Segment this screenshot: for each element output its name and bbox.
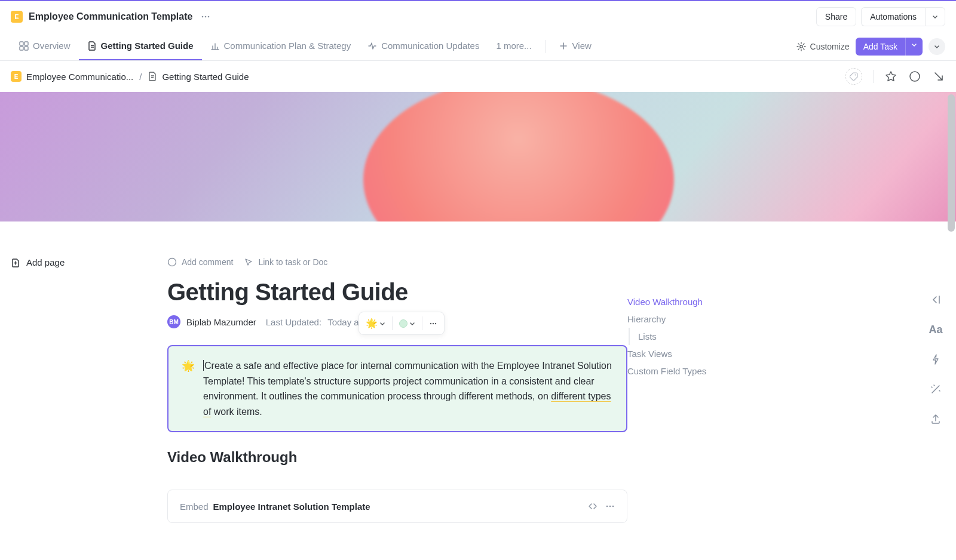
doc-icon: [148, 72, 157, 81]
callout-block[interactable]: 🌟 Create a safe and effective place for …: [167, 345, 627, 432]
automations-button-group: Automations: [861, 7, 945, 26]
svg-rect-4: [24, 42, 28, 45]
tab-label: Communication Updates: [381, 41, 479, 51]
dots-icon[interactable]: [605, 501, 615, 511]
wand-button[interactable]: [929, 382, 943, 396]
export-button[interactable]: [929, 412, 943, 426]
more-actions-icon[interactable]: [198, 10, 213, 24]
svg-point-8: [855, 75, 856, 76]
embed-title: Employee Intranet Solution Template: [213, 501, 370, 512]
chart-icon: [210, 41, 220, 51]
header-bar: E Employee Communication Template Share …: [0, 1, 956, 32]
chevron-down-icon: [932, 13, 939, 20]
svg-point-10: [168, 259, 176, 266]
chevron-down-icon: [379, 321, 385, 327]
add-view-button[interactable]: View: [550, 32, 600, 60]
expand-icon[interactable]: [587, 501, 598, 512]
svg-rect-5: [20, 47, 23, 50]
link-task-button[interactable]: Link to task or Doc: [244, 257, 327, 267]
tab-more[interactable]: 1 more...: [488, 32, 540, 60]
add-task-chevron[interactable]: [905, 38, 923, 56]
breadcrumb-bar: E Employee Communicatio... / Getting Sta…: [0, 61, 956, 92]
tab-label: Getting Started Guide: [101, 41, 194, 51]
main-content: Add comment Link to task or Doc Getting …: [167, 221, 627, 547]
comment-button[interactable]: [908, 70, 921, 83]
add-page-button[interactable]: Add page: [11, 257, 167, 267]
floating-toolbar: 🌟: [358, 312, 445, 335]
automations-button[interactable]: Automations: [861, 7, 925, 26]
toc-item-custom-field-types[interactable]: Custom Field Types: [627, 362, 783, 380]
table-of-contents: Video Walkthrough Hierarchy Lists Task V…: [627, 221, 783, 547]
add-page-icon: [11, 258, 20, 267]
tab-getting-started[interactable]: Getting Started Guide: [79, 32, 202, 60]
callout-text-after: work items.: [211, 407, 262, 417]
svg-point-12: [433, 322, 434, 324]
share-button[interactable]: Share: [816, 7, 856, 26]
add-comment-button[interactable]: Add comment: [167, 257, 233, 267]
toolbar-color-button[interactable]: [395, 315, 419, 332]
toc-item-video-walkthrough[interactable]: Video Walkthrough: [627, 293, 783, 310]
workspace-icon[interactable]: E: [11, 11, 23, 23]
collapse-icon: [930, 294, 942, 306]
tabs-left: Overview Getting Started Guide Communica…: [11, 32, 600, 60]
tab-label: Overview: [33, 41, 71, 51]
tab-communication-updates[interactable]: Communication Updates: [359, 32, 488, 60]
collapse-toc-button[interactable]: [929, 293, 943, 307]
page-title[interactable]: Getting Started Guide: [167, 279, 627, 306]
add-view-label: View: [572, 41, 592, 51]
page-actions-row: Add comment Link to task or Doc: [167, 257, 627, 267]
author-name[interactable]: Biplab Mazumder: [186, 317, 256, 327]
embed-controls: [587, 501, 615, 512]
section-video-walkthrough[interactable]: Video Walkthrough: [167, 449, 627, 466]
tab-overview[interactable]: Overview: [11, 32, 79, 60]
customize-label: Customize: [810, 42, 850, 51]
svg-rect-6: [24, 47, 28, 50]
toc-item-task-views[interactable]: Task Views: [627, 345, 783, 362]
customize-button[interactable]: Customize: [796, 42, 850, 51]
breadcrumb-parent[interactable]: E Employee Communicatio...: [11, 71, 133, 82]
link-task-label: Link to task or Doc: [258, 257, 327, 267]
add-task-label: Add Task: [856, 38, 905, 56]
toc-item-lists[interactable]: Lists: [638, 328, 783, 345]
workspace-title[interactable]: Employee Communication Template: [29, 11, 192, 22]
left-rail: Add page: [0, 221, 167, 547]
cover-image[interactable]: [0, 92, 956, 221]
lightning-icon: [930, 353, 942, 365]
star-button[interactable]: [884, 70, 897, 83]
toolbar-separator: [422, 316, 422, 330]
link-icon: [244, 257, 253, 267]
tab-label: Communication Plan & Strategy: [224, 41, 351, 51]
scrollbar-thumb[interactable]: [948, 94, 955, 232]
overflow-menu-button[interactable]: [929, 38, 945, 55]
text-style-button[interactable]: Aa: [929, 322, 943, 337]
toolbar-more-button[interactable]: [425, 315, 442, 332]
toolbar-emoji-button[interactable]: 🌟: [361, 315, 390, 332]
embed-left: Embed Employee Intranet Solution Templat…: [180, 501, 370, 512]
breadcrumb-separator-line: [873, 70, 874, 83]
toc-item-hierarchy[interactable]: Hierarchy: [627, 310, 783, 328]
embed-block[interactable]: Embed Employee Intranet Solution Templat…: [167, 490, 627, 523]
callout-text[interactable]: Create a safe and effective place for in…: [203, 358, 613, 419]
breadcrumb-current[interactable]: Getting Started Guide: [148, 72, 249, 82]
svg-point-14: [606, 506, 608, 507]
svg-point-13: [435, 322, 436, 324]
breadcrumb-separator: /: [139, 72, 142, 82]
grid-icon: [19, 41, 29, 51]
add-task-button[interactable]: Add Task: [856, 38, 923, 56]
chevron-down-icon: [933, 43, 940, 50]
embed-label: Embed: [180, 501, 209, 512]
tab-communication-plan[interactable]: Communication Plan & Strategy: [202, 32, 360, 60]
callout-emoji-icon: 🌟: [182, 359, 195, 419]
author-avatar[interactable]: BM: [167, 315, 180, 328]
download-button[interactable]: [932, 70, 945, 83]
wand-icon: [930, 383, 942, 395]
tag-icon: [850, 72, 858, 81]
star-icon: [885, 70, 897, 82]
meta-row: BM Biplab Mazumder Last Updated: Today a…: [167, 315, 627, 328]
magic-button[interactable]: [929, 352, 943, 367]
svg-point-16: [612, 506, 614, 507]
automations-dropdown-button[interactable]: [925, 7, 945, 26]
svg-point-9: [910, 72, 920, 81]
tag-button[interactable]: [845, 68, 862, 85]
plus-icon: [559, 41, 568, 51]
